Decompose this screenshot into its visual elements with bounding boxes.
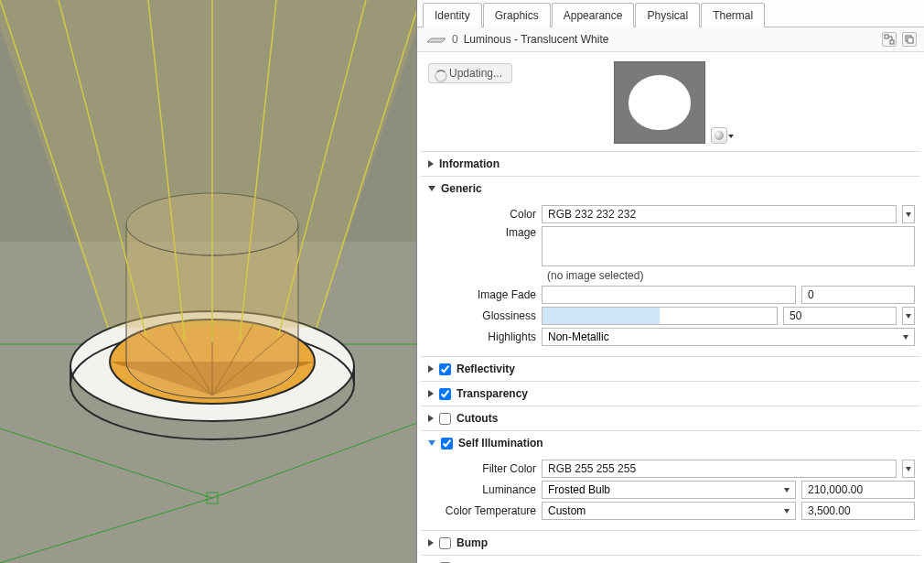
svg-rect-19 bbox=[885, 35, 888, 38]
glossiness-label: Glossiness bbox=[426, 309, 536, 322]
chevron-down-icon bbox=[428, 186, 435, 191]
updating-status: Updating... bbox=[428, 63, 512, 83]
open-asset-browser-button[interactable] bbox=[882, 32, 897, 47]
material-header: 0 Luminous - Translucent White bbox=[417, 27, 924, 52]
transparency-checkbox[interactable] bbox=[439, 388, 451, 400]
material-preview-thumbnail[interactable] bbox=[614, 61, 705, 144]
highlights-label: Highlights bbox=[426, 330, 536, 343]
color-label: Color bbox=[426, 208, 536, 221]
material-name: Luminous - Translucent White bbox=[464, 33, 876, 46]
image-label: Image bbox=[426, 226, 536, 239]
section-cutouts-header[interactable]: Cutouts bbox=[421, 406, 920, 430]
tab-identity[interactable]: Identity bbox=[423, 3, 482, 27]
duplicate-asset-button[interactable] bbox=[902, 32, 917, 47]
viewport-3d[interactable] bbox=[0, 0, 417, 563]
cutouts-checkbox[interactable] bbox=[439, 413, 451, 425]
tab-graphics[interactable]: Graphics bbox=[483, 3, 551, 27]
tab-physical[interactable]: Physical bbox=[635, 3, 700, 27]
section-transparency-title: Transparency bbox=[457, 387, 528, 400]
glossiness-slider[interactable] bbox=[542, 307, 778, 325]
color-field[interactable]: RGB 232 232 232 bbox=[542, 205, 897, 223]
section-generic: Generic Color RGB 232 232 232 Image (no … bbox=[421, 176, 920, 356]
chevron-right-icon bbox=[428, 415, 434, 422]
no-image-note: (no image selected) bbox=[426, 269, 915, 282]
color-temperature-value[interactable] bbox=[801, 502, 915, 520]
tab-strip: Identity Graphics Appearance Physical Th… bbox=[417, 0, 924, 27]
chevron-down-icon bbox=[428, 440, 435, 446]
bump-checkbox[interactable] bbox=[439, 537, 451, 549]
section-self-illumination-header[interactable]: Self Illumination bbox=[421, 431, 920, 455]
image-fade-label: Image Fade bbox=[426, 288, 536, 301]
luminance-preset-dropdown[interactable]: Frosted Bulb bbox=[542, 481, 796, 499]
preview-area: Updating... bbox=[421, 56, 920, 151]
section-transparency-header[interactable]: Transparency bbox=[421, 382, 920, 406]
section-transparency: Transparency bbox=[421, 381, 920, 406]
self-illumination-checkbox[interactable] bbox=[441, 438, 453, 449]
material-icon bbox=[424, 31, 446, 48]
glossiness-value[interactable] bbox=[783, 307, 897, 325]
properties-panel: Identity Graphics Appearance Physical Th… bbox=[417, 0, 924, 563]
tab-thermal[interactable]: Thermal bbox=[701, 3, 765, 27]
tab-appearance[interactable]: Appearance bbox=[552, 3, 635, 27]
color-dropdown[interactable] bbox=[902, 205, 915, 223]
svg-rect-22 bbox=[908, 38, 913, 43]
material-index: 0 bbox=[452, 33, 458, 46]
color-temperature-preset-dropdown[interactable]: Custom bbox=[542, 502, 796, 520]
section-generic-header[interactable]: Generic bbox=[421, 177, 920, 200]
section-cutouts: Cutouts bbox=[421, 406, 920, 430]
section-reflectivity: Reflectivity bbox=[421, 356, 920, 381]
section-tint-header[interactable]: Tint bbox=[421, 556, 920, 563]
preview-scene-dropdown[interactable] bbox=[711, 127, 727, 144]
image-fade-value[interactable] bbox=[801, 286, 915, 304]
highlights-dropdown[interactable]: Non-Metallic bbox=[542, 328, 915, 346]
section-tint: Tint bbox=[421, 555, 920, 563]
section-information: Information bbox=[421, 151, 920, 176]
section-bump-header[interactable]: Bump bbox=[421, 531, 920, 555]
section-self-illumination-title: Self Illumination bbox=[458, 437, 543, 449]
section-information-header[interactable]: Information bbox=[421, 152, 920, 176]
chevron-right-icon bbox=[428, 365, 434, 373]
filter-color-dropdown[interactable] bbox=[902, 460, 915, 478]
viewport-scene bbox=[0, 0, 417, 563]
luminance-value[interactable] bbox=[801, 481, 915, 499]
section-bump: Bump bbox=[421, 530, 920, 555]
svg-rect-20 bbox=[890, 40, 894, 44]
reflectivity-checkbox[interactable] bbox=[439, 363, 451, 375]
section-bump-title: Bump bbox=[457, 536, 488, 549]
luminance-label: Luminance bbox=[426, 483, 536, 496]
glossiness-dropdown[interactable] bbox=[902, 307, 915, 325]
section-self-illumination: Self Illumination Filter Color RGB 255 2… bbox=[421, 430, 920, 530]
section-information-title: Information bbox=[439, 157, 500, 170]
chevron-right-icon bbox=[428, 539, 434, 547]
preview-sphere-icon bbox=[629, 75, 691, 130]
section-generic-title: Generic bbox=[441, 182, 482, 195]
section-cutouts-title: Cutouts bbox=[457, 412, 498, 425]
filter-color-label: Filter Color bbox=[426, 462, 536, 475]
filter-color-field[interactable]: RGB 255 255 255 bbox=[542, 460, 897, 478]
image-field[interactable] bbox=[542, 226, 915, 266]
chevron-right-icon bbox=[428, 160, 434, 168]
properties-scroll[interactable]: Updating... Information bbox=[417, 52, 924, 563]
color-temperature-label: Color Temperature bbox=[426, 504, 536, 517]
section-reflectivity-header[interactable]: Reflectivity bbox=[421, 357, 920, 381]
image-fade-slider[interactable] bbox=[542, 286, 796, 304]
section-reflectivity-title: Reflectivity bbox=[457, 363, 515, 375]
chevron-right-icon bbox=[428, 390, 434, 397]
